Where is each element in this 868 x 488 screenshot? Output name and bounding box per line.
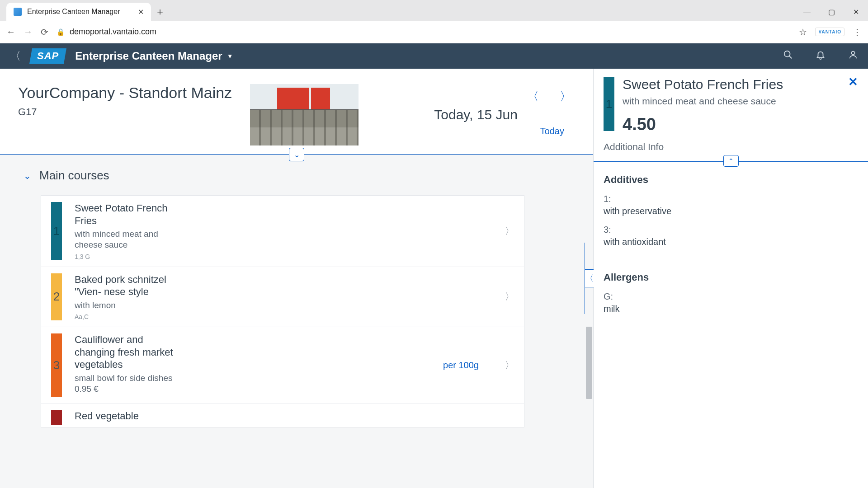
item-number-badge (51, 410, 62, 425)
extension-badge[interactable]: VANTAIO (815, 28, 844, 36)
browser-titlebar: Enterprise Canteen Manager ✕ ＋ — ▢ ✕ (0, 0, 868, 21)
additive-key: 1: (604, 194, 858, 204)
user-icon[interactable] (848, 50, 858, 62)
url-text: demoportal.vantaio.com (70, 27, 156, 37)
browser-address-bar: ← → ⟳ 🔒 demoportal.vantaio.com ☆ VANTAIO… (0, 21, 868, 43)
additive-item: 1: with preservative (604, 194, 858, 216)
item-title: Sweet Potato French Fries (75, 202, 179, 227)
item-title: Red vegetable (75, 410, 179, 422)
item-tags: 1,3 G (75, 253, 179, 260)
date-label: Today, 15 Jun (377, 107, 575, 122)
bookmark-star-icon[interactable]: ☆ (799, 27, 807, 38)
location-header: YourCompany - Standort Mainz G17 〈 〉 Tod… (0, 69, 593, 155)
additive-value: with preservative (604, 206, 858, 216)
date-column: 〈 〉 Today, 15 Jun Today (377, 84, 575, 145)
app-title-dropdown[interactable]: Enterprise Canteen Manager ▼ (75, 50, 233, 62)
scrollbar-thumb[interactable] (586, 327, 592, 399)
additional-info-label: Additional Info (594, 134, 868, 157)
svg-point-2 (851, 52, 854, 55)
tab-title: Enterprise Canteen Manager (27, 8, 132, 16)
browser-tab[interactable]: Enterprise Canteen Manager ✕ (6, 3, 151, 21)
browser-chrome: Enterprise Canteen Manager ✕ ＋ — ▢ ✕ ← →… (0, 0, 868, 43)
detail-price: 4.50 (623, 115, 783, 134)
menu-list: 1 Sweet Potato French Fries with minced … (41, 195, 524, 427)
allergens-section: Allergens G: milk (594, 263, 868, 330)
additives-heading: Additives (604, 174, 858, 186)
additive-key: 3: (604, 225, 858, 235)
item-extra (191, 273, 492, 321)
date-next-icon[interactable]: 〉 (556, 89, 575, 104)
allergen-value: milk (604, 304, 858, 314)
window-minimize-icon[interactable]: — (795, 3, 819, 21)
sap-logo: SAP (29, 48, 66, 64)
allergen-key: G: (604, 291, 858, 302)
item-title: Baked pork schnitzel "Vien- nese style (75, 273, 179, 298)
close-detail-icon[interactable]: ✕ (848, 75, 858, 89)
item-number-badge: 2 (51, 273, 62, 321)
app-header: 〈 SAP Enterprise Canteen Manager ▼ (0, 43, 868, 69)
section-title: Main courses (39, 169, 109, 183)
detail-number-badge: 1 (604, 77, 614, 131)
svg-line-1 (789, 56, 792, 59)
allergens-heading: Allergens (604, 272, 858, 283)
browser-menu-icon[interactable]: ⋮ (853, 27, 862, 38)
window-close-icon[interactable]: ✕ (844, 3, 868, 21)
item-number-badge: 3 (51, 333, 62, 397)
chevron-right-icon: 〉 (505, 273, 514, 321)
app-body: YourCompany - Standort Mainz G17 〈 〉 Tod… (0, 69, 868, 488)
additive-item: 3: with antioxidant (604, 225, 858, 247)
app-back-icon[interactable]: 〈 (10, 49, 21, 63)
list-item[interactable]: 2 Baked pork schnitzel "Vien- nese style… (41, 267, 524, 328)
today-link[interactable]: Today (377, 126, 575, 136)
app-title-text: Enterprise Canteen Manager (75, 50, 222, 62)
item-tags: Aa,C (75, 313, 179, 320)
chevron-right-icon: 〉 (505, 202, 514, 260)
collapse-detail-pane-handle[interactable]: 〈 (585, 269, 594, 287)
nav-back-icon[interactable]: ← (6, 27, 15, 37)
address-field[interactable]: 🔒 demoportal.vantaio.com (57, 27, 791, 37)
location-image (250, 84, 359, 145)
detail-title: Sweet Potato French Fries (623, 77, 783, 92)
bell-icon[interactable] (816, 50, 826, 62)
tab-close-icon[interactable]: ✕ (138, 8, 144, 16)
additives-section: Additives 1: with preservative 3: with a… (594, 166, 868, 263)
location-code: G17 (18, 106, 232, 118)
nav-reload-icon[interactable]: ⟳ (41, 27, 48, 38)
item-extra (191, 202, 492, 260)
item-number-badge: 1 (51, 202, 62, 260)
chevron-down-icon: ⌄ (24, 170, 31, 181)
chevron-right-icon: 〉 (505, 333, 514, 397)
allergen-item: G: milk (604, 291, 858, 314)
expand-header-handle[interactable]: ⌄ (289, 148, 304, 161)
tab-favicon (14, 8, 22, 16)
list-item[interactable]: Red vegetable (41, 404, 524, 427)
item-title: Cauliflower and changing fresh market ve… (75, 333, 179, 371)
detail-pane: 1 Sweet Potato French Fries with minced … (593, 69, 868, 488)
additive-value: with antioxidant (604, 237, 858, 247)
window-controls: — ▢ ✕ (795, 3, 868, 21)
window-maximize-icon[interactable]: ▢ (819, 3, 844, 21)
location-text: YourCompany - Standort Mainz G17 (18, 84, 232, 145)
lock-icon: 🔒 (57, 28, 65, 36)
location-name: YourCompany - Standort Mainz (18, 84, 232, 102)
nav-forward-icon[interactable]: → (24, 27, 33, 37)
item-subtitle: with minced meat and cheese sauce (75, 229, 179, 250)
detail-header: 1 Sweet Potato French Fries with minced … (594, 69, 868, 134)
detail-subtitle: with minced meat and cheese sauce (623, 96, 783, 107)
new-tab-button[interactable]: ＋ (151, 3, 169, 21)
left-pane: YourCompany - Standort Mainz G17 〈 〉 Tod… (0, 69, 593, 488)
item-subtitle: small bowl for side dishes 0.95 € (75, 373, 179, 394)
caret-down-icon: ▼ (227, 52, 233, 60)
collapse-section-handle[interactable]: ⌃ (723, 155, 739, 167)
item-extra: per 100g (191, 333, 492, 397)
search-icon[interactable] (783, 50, 793, 62)
list-item[interactable]: 3 Cauliflower and changing fresh market … (41, 327, 524, 404)
date-prev-icon[interactable]: 〈 (524, 89, 542, 104)
item-subtitle: with lemon (75, 300, 179, 311)
list-item[interactable]: 1 Sweet Potato French Fries with minced … (41, 196, 524, 267)
svg-point-0 (784, 51, 790, 57)
section-area: ⌄ Main courses 1 Sweet Potato French Fri… (0, 155, 593, 488)
